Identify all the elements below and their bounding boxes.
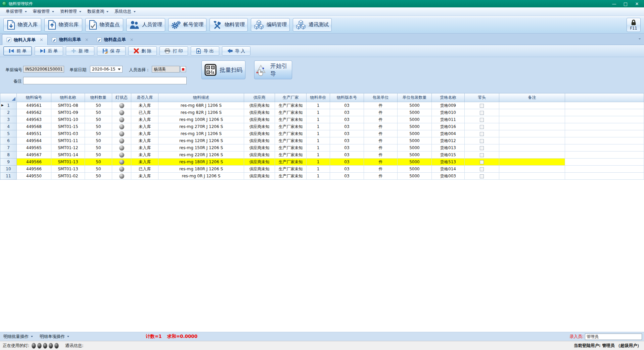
cell-material-code[interactable]: 449568 — [17, 123, 51, 130]
cell-version[interactable]: 03 — [330, 116, 364, 123]
cell-pack-qty[interactable]: 5000 — [398, 116, 432, 123]
tab-material-inbound[interactable]: 物料入库单 ✕ — [2, 34, 48, 45]
col-lamp-status[interactable]: 灯状态 — [112, 93, 131, 102]
toolbar-button-material-out[interactable]: 物资出库 — [44, 18, 82, 32]
row-header[interactable]: ▶1 — [0, 102, 17, 109]
col-material-qty[interactable]: 物料数量 — [85, 93, 112, 102]
toolbar-button-comm-test[interactable]: 通讯测试 — [293, 18, 332, 32]
cell-pack-qty[interactable]: 5000 — [398, 130, 432, 137]
cell-pack-unit[interactable]: 件 — [364, 173, 398, 180]
cell-manufacturer[interactable]: 生产厂家未知 — [275, 159, 307, 166]
cell-pack-qty[interactable]: 5000 — [398, 166, 432, 173]
table-row[interactable]: 3449563SMT01-1050未入库res-mg 100R J 1206 S… — [0, 116, 644, 123]
start-guide-button[interactable]: 开始引导 — [254, 60, 292, 79]
row-header[interactable]: 5 — [0, 130, 17, 137]
odd-checkbox[interactable] — [480, 160, 484, 164]
cell-supplier[interactable]: 供应商未知 — [244, 116, 275, 123]
toolbar-button-coding-mgmt[interactable]: 编码管理 — [251, 18, 290, 32]
cell-odd[interactable] — [465, 123, 499, 130]
cell-supplier[interactable]: 供应商未知 — [244, 151, 275, 159]
cell-supplier[interactable]: 供应商未知 — [244, 123, 275, 130]
cell-manufacturer[interactable]: 生产厂家未知 — [275, 123, 307, 130]
row-header[interactable]: 8 — [0, 151, 17, 159]
cell-remark[interactable] — [499, 166, 565, 173]
cell-remark[interactable] — [499, 109, 565, 116]
col-pack-unit[interactable]: 包装单位 — [364, 93, 398, 102]
cell-material-desc[interactable]: res-mg 68R J 1206 S — [158, 102, 244, 109]
row-header[interactable]: 6 — [0, 137, 17, 144]
cell-version[interactable]: 03 — [330, 159, 364, 166]
cell-manufacturer[interactable]: 生产厂家未知 — [275, 173, 307, 180]
odd-checkbox[interactable] — [480, 104, 484, 108]
cell-version[interactable]: 03 — [330, 102, 364, 109]
cell-unit-price[interactable]: 1 — [307, 137, 330, 144]
cell-material-qty[interactable]: 50 — [85, 116, 112, 123]
menu-item-audit-mgmt[interactable]: 审核管理 — [30, 8, 57, 15]
cell-material-qty[interactable]: 50 — [85, 173, 112, 180]
cell-remark[interactable] — [499, 151, 565, 159]
cell-manufacturer[interactable]: 生产厂家未知 — [275, 109, 307, 116]
cell-odd[interactable] — [465, 151, 499, 159]
cell-slot-name[interactable]: 货格513 — [432, 159, 465, 166]
col-pack-qty[interactable]: 单位包装数量 — [398, 93, 432, 102]
person-pick-button[interactable] — [180, 66, 186, 72]
cell-slot-name[interactable]: 货格013 — [432, 144, 465, 151]
cell-pack-qty[interactable]: 5000 — [398, 137, 432, 144]
cell-material-name[interactable]: SMT01-12 — [51, 144, 85, 151]
cell-instock[interactable]: 已入库 — [131, 109, 158, 116]
menu-item-system-info[interactable]: 系统信息 — [111, 8, 139, 15]
remark-field[interactable] — [23, 77, 187, 84]
row-header[interactable]: 10 — [0, 166, 17, 173]
cell-odd[interactable] — [465, 116, 499, 123]
cell-slot-name[interactable]: 货格012 — [432, 137, 465, 144]
cell-material-qty[interactable]: 50 — [85, 109, 112, 116]
cell-material-name[interactable]: SMT01-10 — [51, 116, 85, 123]
tab-material-outbound[interactable]: 物料出库单 ✕ — [48, 35, 93, 45]
cell-instock[interactable]: 未入库 — [131, 116, 158, 123]
cell-pack-unit[interactable]: 件 — [364, 123, 398, 130]
cell-material-code[interactable]: 449566 — [17, 159, 51, 166]
cell-slot-name[interactable]: 货格015 — [432, 151, 465, 159]
cell-remark[interactable] — [499, 137, 565, 144]
cell-manufacturer[interactable]: 生产厂家未知 — [275, 151, 307, 159]
cell-unit-price[interactable]: 1 — [307, 109, 330, 116]
cell-lamp-status[interactable] — [112, 102, 131, 109]
cell-material-name[interactable]: SMT01-13 — [51, 159, 85, 166]
cell-material-desc[interactable]: res-mg 10R J 1206 S — [158, 130, 244, 137]
grid-corner-cell[interactable] — [0, 93, 17, 102]
cell-pack-unit[interactable]: 件 — [364, 159, 398, 166]
cell-lamp-status[interactable] — [112, 137, 131, 144]
cell-material-name[interactable]: SMT01-09 — [51, 109, 85, 116]
toolbar-button-account[interactable]: 帐号管理 — [168, 18, 206, 32]
col-supplier[interactable]: 供应商 — [244, 93, 275, 102]
cell-instock[interactable]: 未入库 — [131, 102, 158, 109]
row-header[interactable]: 11 — [0, 173, 17, 180]
odd-checkbox[interactable] — [480, 146, 484, 150]
cell-version[interactable]: 03 — [330, 109, 364, 116]
cell-slot-name[interactable]: 货格014 — [432, 166, 465, 173]
cell-material-qty[interactable]: 50 — [85, 151, 112, 159]
cell-pack-unit[interactable]: 件 — [364, 109, 398, 116]
next-doc-button[interactable]: 后 单 — [35, 46, 63, 55]
cell-slot-name[interactable]: 货格009 — [432, 102, 465, 109]
cell-odd[interactable] — [465, 166, 499, 173]
row-header[interactable]: 2 — [0, 109, 17, 116]
cell-pack-qty[interactable]: 5000 — [398, 109, 432, 116]
cell-unit-price[interactable]: 1 — [307, 159, 330, 166]
col-unit-price[interactable]: 物料单价 — [307, 93, 330, 102]
col-version[interactable]: 物料版本号 — [330, 93, 364, 102]
cell-instock[interactable]: 未入库 — [131, 173, 158, 180]
cell-version[interactable]: 03 — [330, 137, 364, 144]
cell-unit-price[interactable]: 1 — [307, 144, 330, 151]
doc-no-field[interactable]: INS202006150001 — [23, 66, 64, 73]
cell-supplier[interactable]: 供应商未知 — [244, 144, 275, 151]
cell-lamp-status[interactable] — [112, 130, 131, 137]
cell-instock[interactable]: 未入库 — [131, 123, 158, 130]
cell-instock[interactable]: 未入库 — [131, 137, 158, 144]
table-row[interactable]: 5449551SMT01-0350未入库res-mg 10R J 1206 S供… — [0, 130, 644, 137]
cell-instock[interactable]: 未入库 — [131, 144, 158, 151]
col-odd[interactable]: 零头 — [465, 93, 499, 102]
cell-material-code[interactable]: 449550 — [17, 173, 51, 180]
table-row[interactable]: 6449564SMT01-1150未入库res-mg 120R J 1206 S… — [0, 137, 644, 144]
cell-material-code[interactable]: 449566 — [17, 166, 51, 173]
